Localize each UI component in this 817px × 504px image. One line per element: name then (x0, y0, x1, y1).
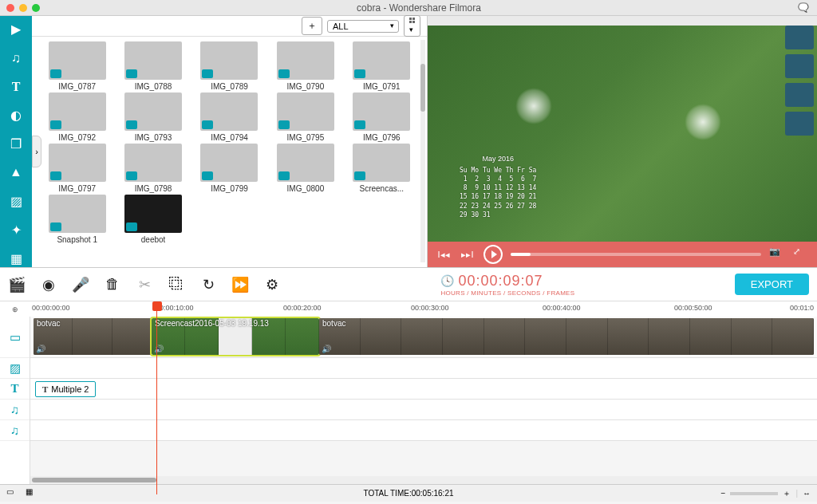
text-track-icon[interactable]: T (0, 379, 30, 400)
timeline-mode-icon[interactable]: ▭ (6, 487, 19, 500)
clip-screencast[interactable]: Screencast2016-05-03 19.19.13 🔊 (152, 318, 319, 355)
thumb-label: IMG_0796 (363, 133, 401, 142)
audio-track1-icon[interactable]: ♫ (0, 400, 30, 420)
text-clip-multiple2[interactable]: T Multiple 2 (35, 381, 96, 397)
speed-icon[interactable]: ⏩ (231, 276, 249, 293)
thumb-label: IMG_0790 (287, 82, 325, 91)
media-thumb[interactable]: IMG_0800 (268, 144, 342, 193)
video-badge-icon (126, 171, 137, 180)
elements-tab-icon[interactable]: ▲ (7, 163, 25, 181)
video-track-icon[interactable]: ▭ (0, 317, 30, 358)
overlay-track[interactable] (30, 358, 817, 379)
clip-botvac-1[interactable]: botvac 🔊 (34, 318, 152, 355)
zoom-slider[interactable] (730, 492, 778, 495)
music-tab-icon[interactable]: ♫ (7, 49, 25, 67)
media-thumb[interactable]: IMG_0796 (345, 93, 419, 142)
media-thumb[interactable]: IMG_0787 (40, 41, 114, 91)
cut-icon[interactable]: ✂ (136, 276, 153, 293)
thumb-label: IMG_0792 (58, 133, 96, 142)
timecode-label: HOURS / MINUTES / SECONDS / FRAMES (440, 289, 574, 297)
zoom-window-button[interactable] (32, 4, 40, 12)
thumb-label: IMG_0789 (211, 82, 248, 91)
split-tab-icon[interactable]: ▦ (7, 250, 25, 267)
record-icon[interactable]: ◉ (40, 276, 57, 293)
clip-botvac-2[interactable]: botvac 🔊 (319, 318, 814, 355)
text-track[interactable]: T Multiple 2 (30, 379, 817, 400)
add-track-button[interactable]: ⊕ (0, 301, 30, 317)
audio-track2-icon[interactable]: ♫ (0, 420, 30, 441)
video-track-1[interactable]: botvac 🔊 Screencast2016-05-03 19.19.13 🔊… (30, 317, 817, 358)
crop-icon[interactable]: ⿻ (168, 276, 185, 293)
preview-calendar-overlay: May 2016 Su Mo Tu We Th Fr Sa 1 2 3 4 5 … (460, 154, 536, 219)
effects-tab-icon[interactable]: ✦ (7, 221, 25, 238)
rotate-icon[interactable]: ↻ (199, 276, 217, 293)
expand-sidebar-handle[interactable]: › (32, 136, 41, 167)
media-thumb[interactable]: IMG_0791 (345, 41, 419, 91)
delete-icon[interactable]: 🗑 (104, 276, 121, 293)
storyboard-mode-icon[interactable]: ▦ (26, 487, 38, 500)
minimize-window-button[interactable] (19, 4, 27, 12)
thumb-label: Screencas... (360, 184, 405, 193)
video-badge-icon (354, 171, 365, 180)
media-thumb[interactable]: IMG_0795 (268, 93, 342, 142)
media-filter-select[interactable]: ALL ▾ (327, 20, 399, 33)
playhead-line (156, 311, 157, 494)
audio-track-2[interactable] (30, 420, 817, 441)
filters-tab-icon[interactable]: ❐ (7, 136, 25, 153)
video-badge-icon (278, 120, 290, 129)
next-frame-button[interactable]: ▸▸I (460, 246, 476, 262)
import-media-button[interactable]: ＋ (302, 17, 322, 35)
export-button[interactable]: EXPORT (735, 274, 809, 295)
clock-icon: 🕓 (440, 274, 455, 287)
thumb-label: IMG_0800 (287, 184, 325, 193)
media-thumb[interactable]: IMG_0792 (40, 93, 114, 142)
image-tab-icon[interactable]: ▨ (7, 192, 25, 210)
prev-frame-button[interactable]: I◂◂ (436, 246, 452, 262)
media-thumb[interactable]: Snapshot 1 (40, 195, 114, 244)
ruler-mark: 00:00:00:00 (32, 304, 70, 312)
zoom-in-button[interactable]: ＋ (783, 488, 791, 499)
media-thumb[interactable]: IMG_0798 (116, 144, 190, 193)
video-badge-icon (126, 120, 137, 129)
media-panel: ＋ ALL ▾ ▾ IMG_0787IMG_0788IMG_0789IMG_07… (32, 16, 428, 267)
voiceover-icon[interactable]: 🎤 (72, 276, 89, 293)
media-thumb[interactable]: IMG_0799 (192, 144, 266, 193)
add-media-icon[interactable]: 🎬 (8, 276, 26, 293)
media-thumb[interactable]: IMG_0793 (116, 93, 190, 142)
fit-button[interactable]: ↔ (803, 489, 811, 498)
fullscreen-button[interactable]: ⤢ (793, 246, 809, 262)
overlay-track-icon[interactable]: ▨ (0, 358, 30, 379)
view-mode-button[interactable]: ▾ (404, 15, 420, 37)
media-thumb[interactable]: IMG_0794 (192, 93, 266, 142)
speaker-icon: 🔊 (154, 345, 164, 353)
media-thumb[interactable]: IMG_0797 (40, 144, 114, 193)
snapshot-button[interactable]: 📷 (769, 246, 785, 262)
media-thumb[interactable]: Screencas... (345, 144, 419, 193)
media-thumb[interactable]: IMG_0790 (268, 41, 342, 91)
ruler-mark: 00:00:30:00 (411, 304, 449, 312)
left-sidebar: ▶ ♫ T ◐ ❐ ▲ ▨ ✦ ▦ (0, 16, 32, 267)
video-badge-icon (202, 120, 213, 129)
play-button[interactable] (483, 245, 503, 264)
close-window-button[interactable] (6, 4, 14, 12)
media-thumb[interactable]: deebot (116, 195, 190, 244)
media-thumb[interactable]: IMG_0788 (116, 41, 190, 91)
audio-track-1[interactable] (30, 400, 817, 420)
playhead-marker[interactable] (152, 301, 162, 311)
playback-slider[interactable] (511, 253, 761, 256)
media-vscrollbar[interactable] (420, 40, 425, 262)
ruler-mark: 00:01:0 (790, 304, 814, 312)
zoom-out-button[interactable]: − (721, 489, 726, 498)
media-tab-icon[interactable]: ▶ (7, 21, 25, 38)
transitions-tab-icon[interactable]: ◐ (7, 107, 25, 124)
notification-icon[interactable]: 🗨️ (798, 2, 811, 14)
settings-icon[interactable]: ⚙ (263, 276, 281, 293)
video-badge-icon (278, 171, 290, 180)
text-tab-icon[interactable]: T (7, 78, 25, 96)
timeline-ruler[interactable]: ⊕ 00:00:00:0000:00:10:0000:00:20:0000:00… (0, 301, 817, 317)
timeline-toolbar: 🎬 ◉ 🎤 🗑 ✂ ⿻ ↻ ⏩ ⚙ 🕓00:00:09:07 HOURS / M… (0, 267, 817, 301)
timeline-hscrollbar[interactable] (30, 476, 817, 484)
media-thumb[interactable]: IMG_0789 (192, 41, 266, 91)
video-badge-icon (202, 69, 213, 78)
ruler-mark: 00:00:40:00 (543, 304, 581, 312)
